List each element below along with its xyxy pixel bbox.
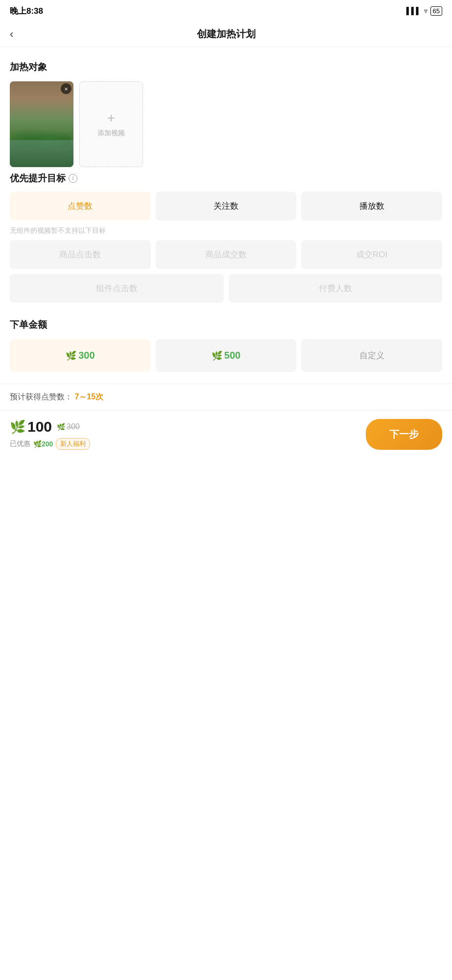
- priority-target-title: 优先提升目标: [10, 172, 66, 185]
- disabled-buttons-row2: 组件点击数 付费人数: [10, 274, 442, 303]
- priority-target-buttons: 点赞数 关注数 播放数: [10, 192, 442, 220]
- prediction-banner: 预计获得点赞数： 7～15次: [0, 384, 452, 410]
- amount-btn-500[interactable]: 🌿 500: [156, 339, 297, 372]
- next-button[interactable]: 下一步: [366, 419, 442, 450]
- bottom-bar: 🌿 100 🌿 300 已优惠 🌿200 新人福利 下一步: [0, 410, 452, 458]
- amount-btn-custom[interactable]: 自定义: [301, 339, 442, 372]
- remove-video-button[interactable]: ×: [61, 83, 71, 94]
- battery-icon: 65: [430, 6, 442, 16]
- disabled-note: 无组件的视频暂不支持以下目标: [10, 226, 442, 235]
- back-button[interactable]: ‹: [10, 28, 13, 41]
- wifi-icon: ▿: [424, 7, 428, 15]
- btn-product-clicks: 商品点击数: [10, 240, 151, 269]
- btn-roi: 成交ROI: [301, 240, 442, 269]
- price-value: 100: [27, 418, 52, 435]
- btn-component-clicks: 组件点击数: [10, 274, 224, 303]
- priority-target-header: 优先提升目标 i: [10, 172, 442, 185]
- prediction-label: 预计获得点赞数：: [10, 392, 72, 401]
- add-video-button[interactable]: + 添加视频: [79, 81, 143, 167]
- coin-icon-2: 🌿: [212, 350, 222, 361]
- price-main: 🌿 100: [10, 418, 52, 435]
- price-original: 🌿 300: [57, 422, 80, 431]
- coin-icon-main: 🌿: [10, 419, 25, 435]
- order-amount-title: 下单金额: [10, 318, 442, 331]
- prediction-range: 7～15次: [74, 392, 103, 401]
- status-time: 晚上8:38: [10, 5, 43, 17]
- order-amount-section: 下单金额 🌿 300 🌿 500 自定义: [10, 318, 442, 372]
- btn-likes[interactable]: 点赞数: [10, 192, 151, 220]
- price-section: 🌿 100 🌿 300 已优惠 🌿200 新人福利: [10, 418, 90, 450]
- page-title: 创建加热计划: [197, 27, 256, 41]
- btn-paid-users: 付费人数: [229, 274, 443, 303]
- discount-label: 已优惠: [10, 440, 30, 448]
- info-icon: i: [69, 174, 77, 183]
- signal-icon: ▌▌▌: [406, 7, 421, 15]
- btn-plays[interactable]: 播放数: [301, 192, 442, 220]
- coin-icon-1: 🌿: [66, 350, 76, 361]
- discount-row: 已优惠 🌿200 新人福利: [10, 438, 90, 450]
- custom-label: 自定义: [359, 350, 384, 361]
- amount-500: 500: [224, 350, 240, 361]
- video-area: × + 添加视频: [10, 81, 442, 167]
- add-icon: +: [107, 111, 115, 125]
- amount-300: 300: [78, 350, 95, 361]
- scene: [10, 81, 73, 167]
- discount-amount: 🌿200: [33, 440, 53, 448]
- amount-btn-300[interactable]: 🌿 300: [10, 339, 151, 372]
- status-bar: 晚上8:38 ▌▌▌ ▿ 65: [0, 0, 452, 22]
- add-video-label: 添加视频: [97, 129, 125, 138]
- new-user-badge: 新人福利: [56, 438, 90, 450]
- target-object-title: 加热对象: [10, 61, 442, 74]
- coin-icon-original: 🌿: [57, 423, 65, 431]
- original-price: 300: [67, 422, 80, 431]
- priority-target-section: 优先提升目标 i 点赞数 关注数 播放数 无组件的视频暂不支持以下目标 商品点击…: [10, 172, 442, 303]
- status-icons: ▌▌▌ ▿ 65: [406, 6, 442, 16]
- price-row: 🌿 100 🌿 300: [10, 418, 90, 435]
- main-content: 加热对象 × + 添加视频 优先提升目标 i 点赞数 关注数 播放数: [0, 61, 452, 458]
- header: ‹ 创建加热计划: [0, 22, 452, 47]
- btn-product-orders: 商品成交数: [156, 240, 297, 269]
- info-icon-symbol: i: [72, 175, 74, 182]
- btn-followers[interactable]: 关注数: [156, 192, 297, 220]
- scene-water: [10, 140, 73, 167]
- video-thumbnail: ×: [10, 81, 73, 167]
- disabled-buttons-row1: 商品点击数 商品成交数 成交ROI: [10, 240, 442, 269]
- amount-buttons: 🌿 300 🌿 500 自定义: [10, 339, 442, 372]
